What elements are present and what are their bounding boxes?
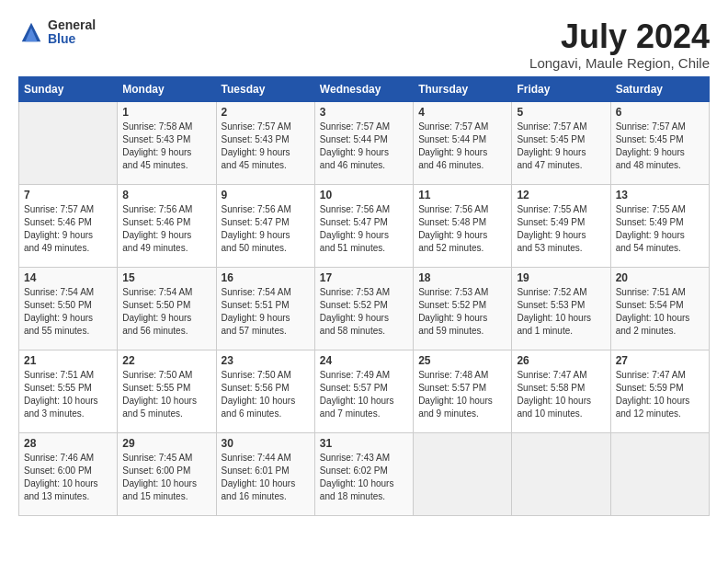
day-number: 22 xyxy=(122,354,210,367)
calendar-cell: 12Sunrise: 7:55 AM Sunset: 5:49 PM Dayli… xyxy=(512,184,610,267)
calendar-cell: 18Sunrise: 7:53 AM Sunset: 5:52 PM Dayli… xyxy=(414,267,512,350)
week-row-2: 7Sunrise: 7:57 AM Sunset: 5:46 PM Daylig… xyxy=(19,184,710,267)
day-number: 27 xyxy=(616,354,704,367)
day-number: 25 xyxy=(418,354,506,367)
calendar-table: SundayMondayTuesdayWednesdayThursdayFrid… xyxy=(18,76,710,516)
calendar-cell: 27Sunrise: 7:47 AM Sunset: 5:59 PM Dayli… xyxy=(610,350,709,432)
day-info: Sunrise: 7:55 AM Sunset: 5:49 PM Dayligh… xyxy=(616,203,704,255)
day-info: Sunrise: 7:57 AM Sunset: 5:44 PM Dayligh… xyxy=(418,121,506,172)
calendar-cell: 26Sunrise: 7:47 AM Sunset: 5:58 PM Dayli… xyxy=(512,350,610,432)
day-number: 26 xyxy=(517,354,605,367)
day-info: Sunrise: 7:57 AM Sunset: 5:44 PM Dayligh… xyxy=(320,121,408,172)
day-info: Sunrise: 7:56 AM Sunset: 5:47 PM Dayligh… xyxy=(222,203,310,255)
calendar-cell: 20Sunrise: 7:51 AM Sunset: 5:54 PM Dayli… xyxy=(610,267,709,350)
day-number: 2 xyxy=(222,106,310,119)
day-info: Sunrise: 7:49 AM Sunset: 5:57 PM Dayligh… xyxy=(320,369,408,420)
calendar-cell: 9Sunrise: 7:56 AM Sunset: 5:47 PM Daylig… xyxy=(216,184,314,267)
header-day-thursday: Thursday xyxy=(414,76,512,101)
calendar-cell: 8Sunrise: 7:56 AM Sunset: 5:46 PM Daylig… xyxy=(118,184,216,267)
day-number: 4 xyxy=(418,106,506,119)
month-year-title: July 2024 xyxy=(529,18,710,55)
week-row-5: 28Sunrise: 7:46 AM Sunset: 6:00 PM Dayli… xyxy=(19,432,710,515)
day-info: Sunrise: 7:51 AM Sunset: 5:54 PM Dayligh… xyxy=(616,286,704,338)
day-info: Sunrise: 7:54 AM Sunset: 5:51 PM Dayligh… xyxy=(222,286,310,338)
day-number: 7 xyxy=(24,189,112,201)
day-number: 23 xyxy=(222,354,310,367)
header-day-saturday: Saturday xyxy=(610,76,709,101)
day-info: Sunrise: 7:50 AM Sunset: 5:55 PM Dayligh… xyxy=(122,369,210,420)
header-day-tuesday: Tuesday xyxy=(216,76,314,101)
day-info: Sunrise: 7:54 AM Sunset: 5:50 PM Dayligh… xyxy=(24,286,112,338)
day-info: Sunrise: 7:56 AM Sunset: 5:47 PM Dayligh… xyxy=(320,203,408,255)
calendar-cell: 17Sunrise: 7:53 AM Sunset: 5:52 PM Dayli… xyxy=(314,267,413,350)
calendar-cell: 6Sunrise: 7:57 AM Sunset: 5:45 PM Daylig… xyxy=(610,101,709,184)
day-number: 5 xyxy=(517,106,605,119)
calendar-cell: 16Sunrise: 7:54 AM Sunset: 5:51 PM Dayli… xyxy=(216,267,314,350)
day-info: Sunrise: 7:56 AM Sunset: 5:46 PM Dayligh… xyxy=(122,203,210,255)
week-row-3: 14Sunrise: 7:54 AM Sunset: 5:50 PM Dayli… xyxy=(19,267,710,350)
calendar-cell: 31Sunrise: 7:43 AM Sunset: 6:02 PM Dayli… xyxy=(314,432,413,515)
day-number: 29 xyxy=(122,437,210,450)
day-number: 21 xyxy=(24,354,112,367)
logo-blue: Blue xyxy=(48,32,96,46)
week-row-4: 21Sunrise: 7:51 AM Sunset: 5:55 PM Dayli… xyxy=(19,350,710,432)
day-number: 10 xyxy=(320,189,408,201)
calendar-cell: 2Sunrise: 7:57 AM Sunset: 5:43 PM Daylig… xyxy=(216,101,314,184)
calendar-cell: 5Sunrise: 7:57 AM Sunset: 5:45 PM Daylig… xyxy=(512,101,610,184)
day-info: Sunrise: 7:47 AM Sunset: 5:59 PM Dayligh… xyxy=(616,369,704,420)
day-number: 1 xyxy=(122,106,210,119)
calendar-cell: 11Sunrise: 7:56 AM Sunset: 5:48 PM Dayli… xyxy=(414,184,512,267)
calendar-cell: 10Sunrise: 7:56 AM Sunset: 5:47 PM Dayli… xyxy=(314,184,413,267)
header-day-monday: Monday xyxy=(118,76,216,101)
day-info: Sunrise: 7:50 AM Sunset: 5:56 PM Dayligh… xyxy=(222,369,310,420)
calendar-cell: 4Sunrise: 7:57 AM Sunset: 5:44 PM Daylig… xyxy=(414,101,512,184)
day-info: Sunrise: 7:44 AM Sunset: 6:01 PM Dayligh… xyxy=(222,452,310,503)
day-number: 9 xyxy=(222,189,310,201)
day-info: Sunrise: 7:57 AM Sunset: 5:45 PM Dayligh… xyxy=(616,121,704,172)
day-number: 6 xyxy=(616,106,704,119)
day-info: Sunrise: 7:46 AM Sunset: 6:00 PM Dayligh… xyxy=(24,452,112,503)
day-info: Sunrise: 7:53 AM Sunset: 5:52 PM Dayligh… xyxy=(320,286,408,338)
header-day-friday: Friday xyxy=(512,76,610,101)
day-number: 11 xyxy=(418,189,506,201)
day-info: Sunrise: 7:51 AM Sunset: 5:55 PM Dayligh… xyxy=(24,369,112,420)
calendar-cell: 24Sunrise: 7:49 AM Sunset: 5:57 PM Dayli… xyxy=(314,350,413,432)
day-number: 17 xyxy=(320,271,408,284)
logo-general: General xyxy=(48,18,96,32)
page-header: General Blue July 2024 Longavi, Maule Re… xyxy=(18,18,710,71)
logo-text: General Blue xyxy=(48,18,96,47)
logo: General Blue xyxy=(18,18,96,47)
logo-icon xyxy=(18,19,44,45)
calendar-header: SundayMondayTuesdayWednesdayThursdayFrid… xyxy=(19,76,710,101)
calendar-body: 1Sunrise: 7:58 AM Sunset: 5:43 PM Daylig… xyxy=(19,101,710,515)
calendar-cell: 13Sunrise: 7:55 AM Sunset: 5:49 PM Dayli… xyxy=(610,184,709,267)
calendar-cell: 28Sunrise: 7:46 AM Sunset: 6:00 PM Dayli… xyxy=(19,432,118,515)
calendar-cell xyxy=(19,101,118,184)
header-row: SundayMondayTuesdayWednesdayThursdayFrid… xyxy=(19,76,710,101)
day-number: 3 xyxy=(320,106,408,119)
day-number: 20 xyxy=(616,271,704,284)
day-number: 16 xyxy=(222,271,310,284)
calendar-cell: 25Sunrise: 7:48 AM Sunset: 5:57 PM Dayli… xyxy=(414,350,512,432)
calendar-cell: 7Sunrise: 7:57 AM Sunset: 5:46 PM Daylig… xyxy=(19,184,118,267)
day-number: 24 xyxy=(320,354,408,367)
day-info: Sunrise: 7:56 AM Sunset: 5:48 PM Dayligh… xyxy=(418,203,506,255)
day-info: Sunrise: 7:53 AM Sunset: 5:52 PM Dayligh… xyxy=(418,286,506,338)
calendar-cell: 14Sunrise: 7:54 AM Sunset: 5:50 PM Dayli… xyxy=(19,267,118,350)
day-info: Sunrise: 7:45 AM Sunset: 6:00 PM Dayligh… xyxy=(122,452,210,503)
day-number: 31 xyxy=(320,437,408,450)
calendar-cell: 1Sunrise: 7:58 AM Sunset: 5:43 PM Daylig… xyxy=(118,101,216,184)
calendar-cell: 21Sunrise: 7:51 AM Sunset: 5:55 PM Dayli… xyxy=(19,350,118,432)
day-info: Sunrise: 7:57 AM Sunset: 5:46 PM Dayligh… xyxy=(24,203,112,255)
day-number: 12 xyxy=(517,189,605,201)
day-info: Sunrise: 7:47 AM Sunset: 5:58 PM Dayligh… xyxy=(517,369,605,420)
title-block: July 2024 Longavi, Maule Region, Chile xyxy=(529,18,710,71)
calendar-cell xyxy=(414,432,512,515)
calendar-cell: 19Sunrise: 7:52 AM Sunset: 5:53 PM Dayli… xyxy=(512,267,610,350)
day-info: Sunrise: 7:52 AM Sunset: 5:53 PM Dayligh… xyxy=(517,286,605,338)
day-number: 18 xyxy=(418,271,506,284)
calendar-cell xyxy=(512,432,610,515)
calendar-cell xyxy=(610,432,709,515)
day-number: 19 xyxy=(517,271,605,284)
calendar-cell: 3Sunrise: 7:57 AM Sunset: 5:44 PM Daylig… xyxy=(314,101,413,184)
